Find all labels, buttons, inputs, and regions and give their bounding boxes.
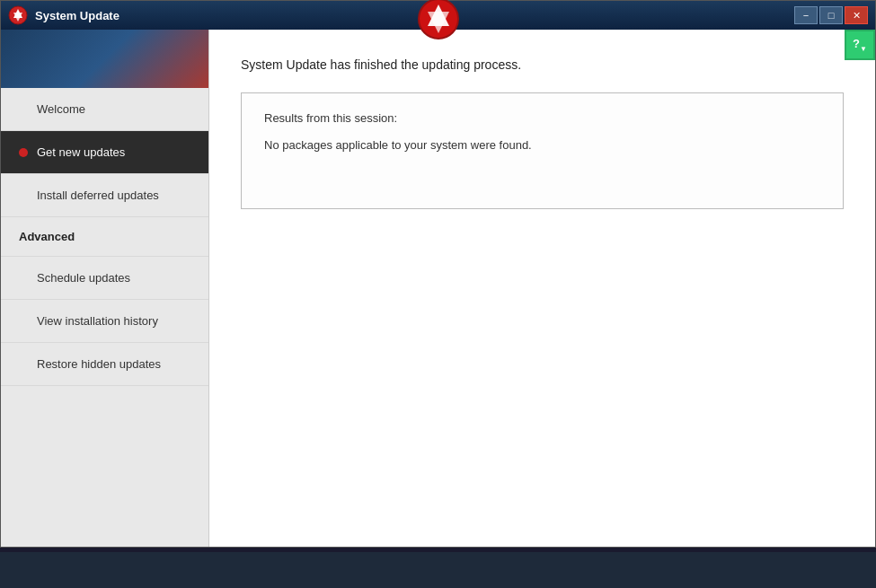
sidebar: Welcome Get new updates Install deferred… xyxy=(1,30,209,547)
close-button[interactable]: ✕ xyxy=(845,6,868,24)
schedule-dot xyxy=(19,274,28,283)
sidebar-nav: Welcome Get new updates Install deferred… xyxy=(1,88,208,547)
results-content: No packages applicable to your system we… xyxy=(264,138,820,152)
sidebar-item-schedule-updates[interactable]: Schedule updates xyxy=(1,257,208,300)
help-button[interactable]: ?▼ xyxy=(845,30,875,60)
sidebar-banner xyxy=(1,30,208,88)
main-window: System Update − □ ✕ ?▼ xyxy=(0,0,876,548)
sidebar-item-label-restore: Restore hidden updates xyxy=(37,357,161,371)
window-title: System Update xyxy=(35,9,119,22)
minimize-button[interactable]: − xyxy=(794,6,818,24)
welcome-dot xyxy=(19,105,28,114)
sidebar-item-label-welcome: Welcome xyxy=(37,102,85,116)
history-dot xyxy=(19,317,28,326)
sidebar-item-label-schedule: Schedule updates xyxy=(37,271,130,285)
sidebar-item-restore-hidden[interactable]: Restore hidden updates xyxy=(1,343,208,386)
titlebar: System Update − □ ✕ xyxy=(1,1,875,30)
sidebar-item-get-new-updates[interactable]: Get new updates xyxy=(1,131,208,174)
sidebar-item-label-history: View installation history xyxy=(37,314,158,328)
titlebar-left: System Update xyxy=(8,5,119,25)
results-label: Results from this session: xyxy=(264,111,820,125)
window-content: Welcome Get new updates Install deferred… xyxy=(1,30,875,547)
taskbar xyxy=(0,552,876,588)
sidebar-section-advanced: Advanced xyxy=(1,217,208,257)
sidebar-item-label-get-new-updates: Get new updates xyxy=(37,145,125,159)
sidebar-item-view-history[interactable]: View installation history xyxy=(1,300,208,343)
restore-dot xyxy=(19,360,28,369)
sidebar-item-install-deferred-updates[interactable]: Install deferred updates xyxy=(1,174,208,217)
status-message: System Update has finished the updating … xyxy=(241,57,844,75)
center-logo xyxy=(417,1,460,30)
results-box: Results from this session: No packages a… xyxy=(241,92,844,209)
sidebar-item-label-install-deferred: Install deferred updates xyxy=(37,189,159,202)
main-panel: System Update has finished the updating … xyxy=(209,30,875,547)
install-deferred-dot xyxy=(19,191,28,200)
lenovo-logo xyxy=(417,0,460,40)
titlebar-controls: − □ ✕ xyxy=(794,6,868,24)
sidebar-item-welcome[interactable]: Welcome xyxy=(1,88,208,131)
get-new-updates-dot xyxy=(19,148,28,157)
help-icon: ?▼ xyxy=(853,37,867,53)
maximize-button[interactable]: □ xyxy=(819,6,843,24)
app-icon xyxy=(8,5,28,25)
advanced-label: Advanced xyxy=(19,230,75,243)
